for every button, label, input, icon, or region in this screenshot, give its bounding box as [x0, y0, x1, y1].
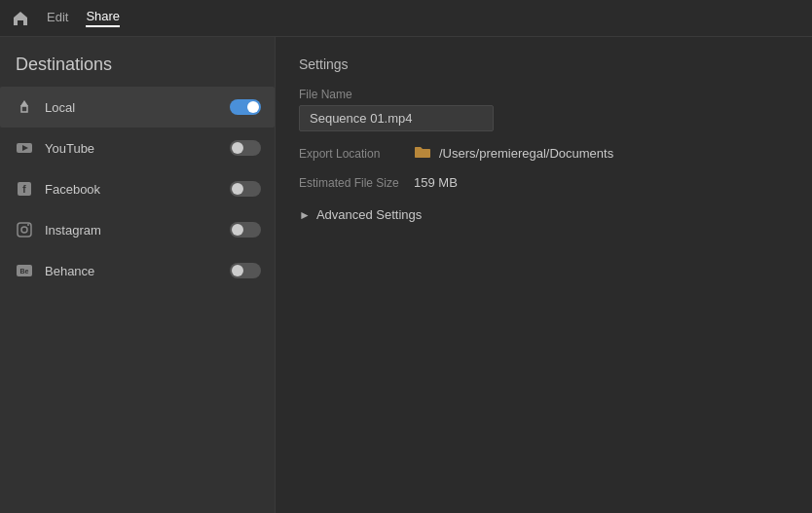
- sidebar: Destinations Local YouTube: [0, 37, 276, 513]
- export-path[interactable]: /Users/premieregal/Documents: [439, 146, 613, 161]
- folder-icon: [414, 145, 431, 162]
- instagram-icon: [14, 219, 35, 240]
- svg-rect-0: [21, 106, 27, 112]
- file-name-value[interactable]: Sequence 01.mp4: [299, 105, 494, 131]
- svg-point-6: [21, 227, 27, 233]
- youtube-label: YouTube: [45, 141, 220, 156]
- sidebar-item-behance[interactable]: Be Behance: [0, 250, 275, 291]
- sidebar-item-instagram[interactable]: Instagram: [0, 209, 275, 250]
- main-layout: Destinations Local YouTube: [0, 37, 812, 513]
- estimated-file-size-label: Estimated File Size: [299, 176, 406, 190]
- svg-point-7: [27, 224, 29, 226]
- youtube-icon: [14, 137, 35, 159]
- behance-icon: Be: [14, 260, 35, 281]
- youtube-toggle-knob: [232, 142, 243, 154]
- local-icon: [14, 96, 35, 118]
- menu-item-edit[interactable]: Edit: [47, 10, 68, 26]
- facebook-icon: f: [14, 178, 35, 200]
- sidebar-item-youtube[interactable]: YouTube: [0, 128, 275, 168]
- estimated-file-size-row: Estimated File Size 159 MB: [299, 175, 789, 190]
- advanced-settings-row[interactable]: ► Advanced Settings: [299, 207, 789, 222]
- svg-text:Be: Be: [20, 268, 29, 275]
- file-name-row: File Name Sequence 01.mp4: [299, 88, 789, 131]
- menu-bar: Edit Share: [0, 0, 812, 37]
- menu-item-share[interactable]: Share: [86, 9, 120, 27]
- youtube-toggle[interactable]: [230, 140, 261, 156]
- facebook-toggle[interactable]: [230, 181, 261, 197]
- instagram-toggle-knob: [232, 224, 243, 236]
- behance-label: Behance: [45, 264, 220, 278]
- settings-title: Settings: [299, 56, 789, 72]
- export-location-label: Export Location: [299, 147, 406, 161]
- sidebar-item-local[interactable]: Local: [0, 87, 275, 128]
- settings-panel: Settings File Name Sequence 01.mp4 Expor…: [276, 37, 812, 513]
- sidebar-item-facebook[interactable]: f Facebook: [0, 168, 275, 209]
- advanced-settings-label: Advanced Settings: [316, 207, 422, 222]
- behance-toggle-knob: [232, 265, 243, 276]
- local-toggle[interactable]: [230, 99, 261, 115]
- behance-toggle[interactable]: [230, 263, 261, 278]
- facebook-label: Facebook: [45, 182, 220, 197]
- sidebar-title: Destinations: [0, 37, 275, 87]
- facebook-toggle-knob: [232, 183, 243, 195]
- file-name-label: File Name: [299, 88, 789, 101]
- estimated-file-size-value: 159 MB: [414, 175, 458, 190]
- local-toggle-knob: [247, 101, 259, 113]
- export-location-row: Export Location /Users/premieregal/Docum…: [299, 145, 789, 162]
- home-icon[interactable]: [12, 10, 29, 27]
- local-label: Local: [45, 100, 220, 115]
- chevron-right-icon: ►: [299, 208, 311, 222]
- instagram-label: Instagram: [45, 223, 220, 238]
- instagram-toggle[interactable]: [230, 222, 261, 238]
